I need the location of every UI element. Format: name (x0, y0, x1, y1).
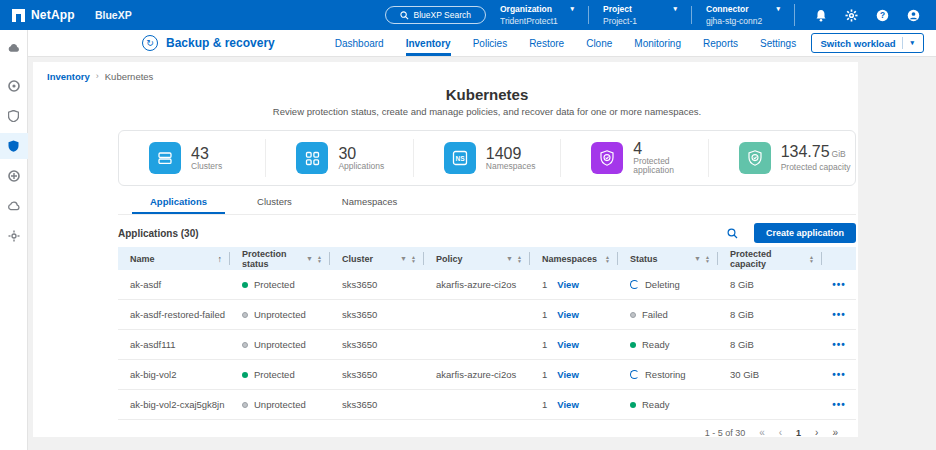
help-icon[interactable]: ? (876, 9, 889, 22)
breadcrumb-separator-icon: › (96, 71, 99, 81)
unprotected-dot-icon (242, 342, 248, 348)
filter-icon[interactable]: ▼ (400, 255, 407, 262)
tab-clusters[interactable]: Clusters (239, 196, 310, 214)
filter-icon[interactable]: ▼ (506, 255, 513, 262)
breadcrumb-current: Kubernetes (105, 71, 154, 82)
tab-clone[interactable]: Clone (586, 30, 612, 56)
col-header-policy[interactable]: Policy▼▲▼ (424, 247, 530, 270)
bluexp-search-button[interactable]: BlueXP Search (385, 6, 487, 24)
search-label: BlueXP Search (414, 10, 472, 20)
breadcrumb-inventory-link[interactable]: Inventory (47, 71, 90, 82)
last-page-icon[interactable]: » (832, 427, 838, 438)
col-header-status[interactable]: Status▼▲▼ (618, 247, 718, 270)
tab-applications[interactable]: Applications (132, 196, 225, 214)
inventory-tabs: Applications Clusters Namespaces (118, 196, 856, 215)
filter-icon[interactable]: ▼ (694, 255, 701, 262)
prev-page-icon[interactable]: ‹ (779, 427, 782, 438)
user-account-icon[interactable] (907, 9, 920, 22)
sidebar-item-cloud-sync[interactable] (0, 193, 28, 219)
sort-icon[interactable]: ▲▼ (605, 255, 610, 263)
view-namespaces-link[interactable]: View (557, 279, 578, 290)
workload-name: Backup & recovery (166, 36, 275, 50)
notifications-bell-icon[interactable] (815, 9, 827, 22)
sort-icon[interactable]: ▲▼ (517, 255, 522, 263)
sidebar-item-protection[interactable] (0, 103, 28, 129)
col-header-protection-status[interactable]: Protection status▼▲▼ (230, 247, 330, 270)
tab-namespaces[interactable]: Namespaces (324, 196, 415, 214)
cell-namespaces: 1View (530, 330, 618, 359)
sidebar-item-volumes[interactable] (0, 163, 28, 189)
divider (794, 4, 795, 26)
cell-cluster: sks3650 (330, 300, 424, 329)
cell-name: ak-big-vol2 (118, 360, 230, 389)
workload-nav: ↻ Backup & recovery Dashboard Inventory … (28, 30, 936, 57)
tab-inventory[interactable]: Inventory (406, 30, 451, 56)
tab-monitoring[interactable]: Monitoring (634, 30, 681, 56)
settings-gear-icon[interactable] (845, 9, 858, 22)
col-header-name[interactable]: Name↑ (118, 247, 230, 270)
cell-cluster: sks3650 (330, 360, 424, 389)
tab-reports[interactable]: Reports (703, 30, 738, 56)
failed-dot-icon (630, 312, 636, 318)
tab-settings[interactable]: Settings (760, 30, 796, 56)
row-actions-menu[interactable]: ••• (832, 369, 846, 380)
sidebar-item-settings[interactable] (0, 223, 28, 249)
col-header-actions (822, 247, 856, 270)
view-namespaces-link[interactable]: View (557, 309, 578, 320)
cell-name: ak-asdf (118, 270, 230, 299)
connector-selector[interactable]: Connector▾ gjha-stg-conn2 (706, 4, 780, 26)
page-number[interactable]: 1 (796, 428, 801, 438)
stat-value: 134.75 (781, 143, 830, 160)
sort-icon[interactable]: ▲▼ (705, 255, 710, 263)
filter-icon[interactable]: ▼ (306, 255, 313, 262)
row-actions-menu[interactable]: ••• (832, 339, 846, 350)
switch-workload-button[interactable]: Switch workload ▾ (811, 33, 924, 53)
main-panel: Inventory › Kubernetes Kubernetes Review… (33, 62, 858, 437)
col-header-protected-capacity[interactable]: Protected capacity▲▼ (718, 247, 822, 270)
unprotected-dot-icon (242, 402, 248, 408)
sidebar-item-storage[interactable] (0, 73, 28, 99)
col-label: Policy (436, 254, 463, 264)
stat-value: 4 (633, 141, 707, 156)
sort-icon[interactable]: ▲▼ (809, 255, 814, 263)
first-page-icon[interactable]: « (759, 427, 765, 438)
sidebar-item-cloud-home[interactable] (0, 35, 28, 61)
cell-policy (424, 330, 530, 359)
stat-unit: GiB (832, 149, 846, 159)
create-application-button[interactable]: Create application (754, 223, 856, 243)
divider (691, 6, 692, 24)
view-namespaces-link[interactable]: View (557, 399, 578, 410)
cell-protection-status: Protected (230, 360, 330, 389)
row-actions-menu[interactable]: ••• (832, 279, 846, 290)
col-header-cluster[interactable]: Cluster▼▲▼ (330, 247, 424, 270)
stat-protected-capacity: 134.75GiB Protected capacity (708, 139, 855, 177)
progress-spinner-icon (630, 370, 639, 379)
row-actions-menu[interactable]: ••• (832, 399, 846, 410)
sort-icon[interactable]: ▲▼ (317, 255, 322, 263)
tab-dashboard[interactable]: Dashboard (335, 30, 384, 56)
chevron-down-icon: ▾ (570, 4, 574, 14)
row-actions-menu[interactable]: ••• (832, 309, 846, 320)
stat-label: Namespaces (486, 162, 536, 171)
stat-protected-applications: 4Protected application (560, 139, 707, 177)
connector-label: Connector (706, 4, 749, 14)
next-page-icon[interactable]: › (815, 427, 818, 438)
tab-restore[interactable]: Restore (529, 30, 564, 56)
project-selector[interactable]: Project▾ Project-1 (603, 4, 677, 26)
table-search-icon[interactable] (727, 228, 738, 239)
switch-workload-label: Switch workload (821, 38, 896, 49)
stat-label: Protected application (633, 157, 707, 175)
view-namespaces-link[interactable]: View (557, 369, 578, 380)
col-header-namespaces[interactable]: Namespaces▲▼ (530, 247, 618, 270)
sort-asc-icon[interactable]: ↑ (218, 254, 223, 264)
table-row: ak-big-vol2 Protected sks3650 akarfis-az… (118, 360, 856, 390)
cell-protected-capacity: 8 GiB (718, 330, 822, 359)
svg-text:NS: NS (455, 155, 465, 162)
cell-protection-status: Unprotected (230, 300, 330, 329)
view-namespaces-link[interactable]: View (557, 339, 578, 350)
left-rail (0, 30, 28, 450)
tab-policies[interactable]: Policies (473, 30, 507, 56)
sort-icon[interactable]: ▲▼ (411, 255, 416, 263)
sidebar-item-backup-recovery[interactable] (0, 133, 28, 159)
organization-selector[interactable]: Organization▾ TridentProtect1 (500, 4, 574, 26)
